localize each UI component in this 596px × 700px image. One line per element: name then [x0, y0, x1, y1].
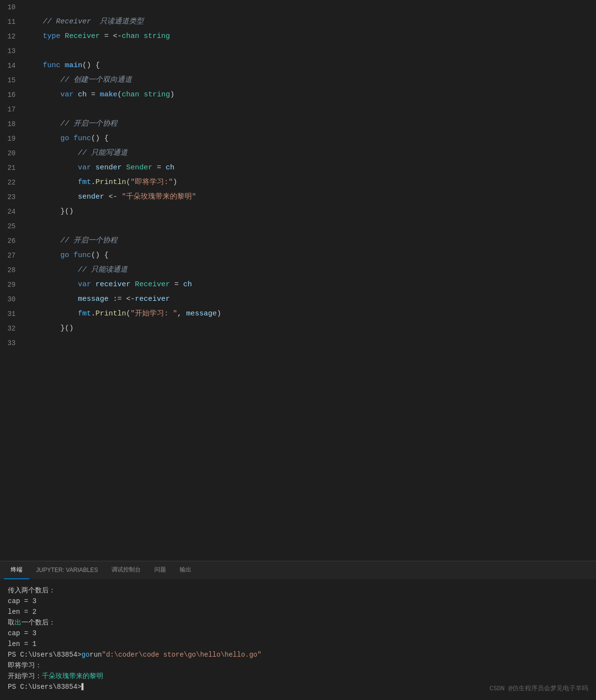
- line-number: 26: [0, 234, 25, 248]
- code-line: 25: [0, 219, 596, 234]
- terminal-line: 即将学习：: [8, 660, 588, 671]
- terminal-panel: 终端JUPYTER: VARIABLES调试控制台问题输出 传入两个数后：cap…: [0, 561, 596, 700]
- code-line: 23 sender <- "千朵玫瑰带来的黎明": [0, 190, 596, 204]
- line-content: func main() {: [25, 58, 596, 73]
- code-line: 20 // 只能写通道: [0, 146, 596, 161]
- code-line: 14 func main() {: [0, 58, 596, 73]
- code-line: 30 message := <-receiver: [0, 292, 596, 307]
- terminal-line: cap = 3: [8, 596, 588, 607]
- code-line: 21 var sender Sender = ch: [0, 161, 596, 175]
- line-content: [25, 336, 596, 350]
- line-number: 22: [0, 175, 25, 190]
- line-number: 17: [0, 102, 25, 117]
- code-line: 26 // 开启一个协程: [0, 234, 596, 248]
- line-number: 23: [0, 190, 25, 204]
- line-number: 31: [0, 307, 25, 321]
- code-line: 18 // 开启一个协程: [0, 117, 596, 131]
- line-content: }(): [25, 321, 596, 336]
- line-content: message := <-receiver: [25, 292, 596, 307]
- code-line: 19 go func() {: [0, 131, 596, 146]
- line-number: 24: [0, 204, 25, 219]
- code-line: 24 }(): [0, 204, 596, 219]
- line-content: var receiver Receiver = ch: [25, 277, 596, 292]
- line-number: 25: [0, 219, 25, 234]
- code-line: 22 fmt.Println("即将学习:"): [0, 175, 596, 190]
- line-content: // 开启一个协程: [25, 117, 596, 131]
- line-number: 33: [0, 336, 25, 350]
- line-content: type Receiver = <-chan string: [25, 29, 596, 44]
- line-content: // 只能读通道: [25, 263, 596, 277]
- terminal-line: 开始学习： 千朵玫瑰带来的黎明: [8, 671, 588, 682]
- line-content: var ch = make(chan string): [25, 88, 596, 102]
- line-content: // 只能写通道: [25, 146, 596, 161]
- line-content: go func() {: [25, 248, 596, 263]
- line-number: 20: [0, 146, 25, 161]
- code-line: 31 fmt.Println("开始学习: ", message): [0, 307, 596, 321]
- code-line: 10: [0, 0, 596, 15]
- line-number: 32: [0, 321, 25, 336]
- terminal-line: 传入两个数后：: [8, 585, 588, 596]
- line-content: var sender Sender = ch: [25, 161, 596, 175]
- terminal-tab[interactable]: 问题: [148, 561, 173, 579]
- terminal-line: 取出一个数后：: [8, 617, 588, 628]
- terminal-tabs: 终端JUPYTER: VARIABLES调试控制台问题输出: [0, 561, 596, 579]
- line-number: 27: [0, 248, 25, 263]
- line-number: 18: [0, 117, 25, 131]
- line-content: // 创建一个双向通道: [25, 73, 596, 88]
- line-number: 21: [0, 161, 25, 175]
- terminal-tab[interactable]: 输出: [173, 561, 198, 579]
- code-line: 32 }(): [0, 321, 596, 336]
- line-number: 10: [0, 0, 25, 15]
- line-number: 11: [0, 15, 25, 29]
- terminal-line: cap = 3: [8, 628, 588, 639]
- terminal-tab[interactable]: 调试控制台: [105, 561, 148, 579]
- code-line: 15 // 创建一个双向通道: [0, 73, 596, 88]
- terminal-line: PS C:\Users\83854> go run "d:\coder\code…: [8, 649, 588, 660]
- terminal-line: len = 1: [8, 639, 588, 649]
- line-content: [25, 102, 596, 117]
- terminal-line: len = 2: [8, 607, 588, 617]
- line-number: 30: [0, 292, 25, 307]
- line-number: 13: [0, 44, 25, 58]
- line-number: 14: [0, 58, 25, 73]
- terminal-body: 传入两个数后：cap = 3len = 2取出一个数后：cap = 3len =…: [0, 579, 596, 700]
- code-line: 11 // Receiver 只读通道类型: [0, 15, 596, 29]
- line-number: 12: [0, 29, 25, 44]
- line-number: 28: [0, 263, 25, 277]
- line-number: 15: [0, 73, 25, 88]
- line-content: fmt.Println("即将学习:"): [25, 175, 596, 190]
- code-line: 13: [0, 44, 596, 58]
- code-line: 27 go func() {: [0, 248, 596, 263]
- line-content: }(): [25, 204, 596, 219]
- terminal-tab[interactable]: 终端: [4, 561, 29, 579]
- line-number: 29: [0, 277, 25, 292]
- code-line: 16 var ch = make(chan string): [0, 88, 596, 102]
- code-line: 29 var receiver Receiver = ch: [0, 277, 596, 292]
- code-line: 12 type Receiver = <-chan string: [0, 29, 596, 44]
- line-content: fmt.Println("开始学习: ", message): [25, 307, 596, 321]
- terminal-tab[interactable]: JUPYTER: VARIABLES: [29, 561, 105, 579]
- line-number: 19: [0, 131, 25, 146]
- line-number: 16: [0, 88, 25, 102]
- line-content: [25, 219, 596, 234]
- line-content: go func() {: [25, 131, 596, 146]
- line-content: sender <- "千朵玫瑰带来的黎明": [25, 190, 596, 204]
- code-line: 33: [0, 336, 596, 350]
- code-line: 17: [0, 102, 596, 117]
- line-content: // 开启一个协程: [25, 234, 596, 248]
- terminal-line: PS C:\Users\83854> ▌CSDN @仿生程序员会梦见电子羊吗: [8, 682, 588, 694]
- line-content: [25, 0, 596, 15]
- line-content: [25, 44, 596, 58]
- line-content: // Receiver 只读通道类型: [25, 15, 596, 29]
- code-line: 28 // 只能读通道: [0, 263, 596, 277]
- code-editor: 10 11 // Receiver 只读通道类型12 type Receiver…: [0, 0, 596, 561]
